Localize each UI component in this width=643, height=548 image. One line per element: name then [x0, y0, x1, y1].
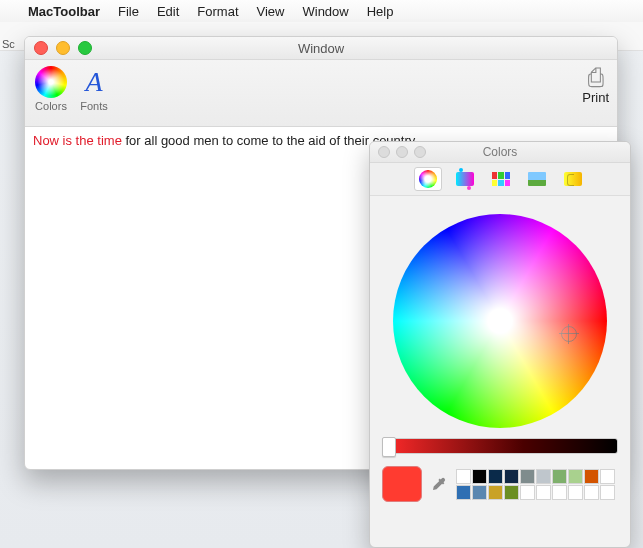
menu-bar: MacToolbar File Edit Format View Window …: [0, 0, 643, 23]
swatch-cell[interactable]: [504, 485, 519, 500]
crayons-icon: [564, 172, 582, 186]
eyedropper-button[interactable]: [430, 475, 448, 493]
sliders-icon: [456, 172, 474, 186]
menu-window[interactable]: Window: [302, 4, 348, 19]
brightness-slider-thumb[interactable]: [382, 437, 396, 457]
eyedropper-icon: [431, 476, 447, 492]
swatch-cell[interactable]: [520, 485, 535, 500]
color-picker-mode-tabs: [370, 163, 630, 196]
font-icon: A: [79, 66, 109, 98]
printer-icon: ⎙: [588, 64, 604, 90]
menu-format[interactable]: Format: [197, 4, 238, 19]
menu-edit[interactable]: Edit: [157, 4, 179, 19]
image-icon: [528, 172, 546, 186]
tab-color-palettes[interactable]: [488, 168, 514, 190]
palette-icon: [492, 172, 510, 186]
swatch-cell[interactable]: [504, 469, 519, 484]
colors-panel-title: Colors: [370, 145, 630, 159]
color-wheel-icon: [419, 170, 437, 188]
toolbar-colors-button[interactable]: Colors: [35, 66, 67, 112]
app-menu[interactable]: MacToolbar: [28, 4, 100, 19]
menu-help[interactable]: Help: [367, 4, 394, 19]
swatch-cell[interactable]: [600, 469, 615, 484]
swatch-cell[interactable]: [584, 485, 599, 500]
toolbar-print-button[interactable]: ⎙ Print: [582, 64, 609, 105]
color-wheel-cursor[interactable]: [561, 326, 577, 342]
toolbar-fonts-button[interactable]: A Fonts: [79, 66, 109, 112]
swatch-row: [370, 462, 630, 512]
swatch-cell[interactable]: [536, 469, 551, 484]
window-toolbar: Colors A Fonts ⎙ Print: [25, 60, 617, 127]
color-wheel[interactable]: [393, 214, 607, 428]
swatch-cell[interactable]: [552, 469, 567, 484]
swatch-cell[interactable]: [552, 485, 567, 500]
toolbar-fonts-label: Fonts: [80, 100, 108, 112]
tab-color-wheel[interactable]: [414, 167, 442, 191]
swatch-cell[interactable]: [456, 485, 471, 500]
swatch-cell[interactable]: [472, 469, 487, 484]
tab-color-sliders[interactable]: [452, 168, 478, 190]
menu-view[interactable]: View: [257, 4, 285, 19]
background-label: Sc: [2, 38, 15, 50]
brightness-slider[interactable]: [382, 438, 618, 454]
window-titlebar[interactable]: Window: [25, 37, 617, 60]
toolbar-colors-label: Colors: [35, 100, 67, 112]
color-wheel-area: [370, 196, 630, 434]
toolbar-print-label: Print: [582, 90, 609, 105]
swatch-cell[interactable]: [584, 469, 599, 484]
colors-panel-titlebar[interactable]: Colors: [370, 142, 630, 163]
swatch-cell[interactable]: [472, 485, 487, 500]
tab-crayons[interactable]: [560, 168, 586, 190]
saved-swatches: [456, 469, 615, 500]
color-wheel-icon: [35, 66, 67, 98]
current-color-swatch[interactable]: [382, 466, 422, 502]
swatch-cell[interactable]: [488, 485, 503, 500]
tab-image-palettes[interactable]: [524, 168, 550, 190]
menu-file[interactable]: File: [118, 4, 139, 19]
swatch-cell[interactable]: [456, 469, 471, 484]
swatch-cell[interactable]: [536, 485, 551, 500]
swatch-cell[interactable]: [488, 469, 503, 484]
swatch-cell[interactable]: [568, 485, 583, 500]
window-title: Window: [25, 41, 617, 56]
swatch-cell[interactable]: [568, 469, 583, 484]
swatch-cell[interactable]: [600, 485, 615, 500]
colors-panel: Colors: [369, 141, 631, 548]
swatch-cell[interactable]: [520, 469, 535, 484]
selected-text[interactable]: Now is the time: [33, 133, 122, 148]
